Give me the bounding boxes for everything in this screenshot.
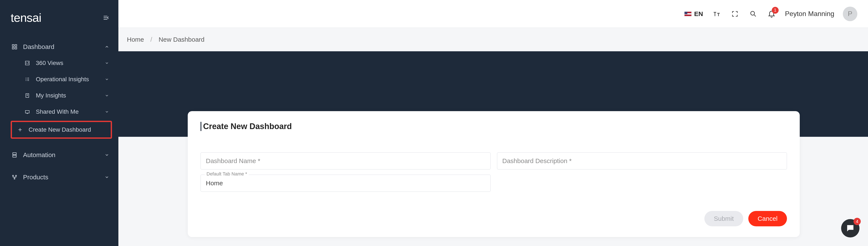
chevron-down-icon — [103, 76, 111, 83]
sidebar-label-operational: Operational Insights — [36, 76, 89, 83]
username-label[interactable]: Peyton Manning — [785, 10, 834, 18]
search-icon[interactable] — [748, 9, 758, 19]
share-icon — [24, 108, 31, 116]
dashboard-description-input[interactable] — [497, 153, 787, 169]
sidebar: tensai Dashboard 360 View — [0, 0, 118, 246]
chat-fab[interactable]: 4 — [841, 219, 860, 238]
breadcrumb-separator: / — [150, 36, 152, 43]
svg-point-10 — [16, 175, 17, 176]
notifications-button[interactable]: 1 — [767, 9, 776, 19]
svg-rect-6 — [25, 110, 29, 113]
cancel-button[interactable]: Cancel — [748, 211, 787, 226]
svg-point-9 — [12, 175, 14, 176]
sidebar-item-dashboard[interactable]: Dashboard — [0, 39, 118, 55]
svg-point-11 — [14, 178, 15, 179]
default-tab-label: Default Tab Name * — [205, 171, 249, 177]
dashboard-name-input[interactable] — [200, 153, 491, 169]
automation-icon — [11, 151, 18, 159]
sidebar-item-create-new-dashboard[interactable]: Create New Dashboard — [11, 121, 112, 139]
sidebar-label-create: Create New Dashboard — [29, 126, 91, 133]
collapse-sidebar-icon[interactable] — [102, 14, 110, 22]
svg-rect-2 — [12, 47, 14, 49]
sidebar-label-products: Products — [23, 173, 48, 181]
language-code: EN — [694, 10, 703, 18]
sidebar-label-myinsights: My Insights — [36, 92, 66, 99]
dashboard-icon — [11, 43, 18, 51]
sidebar-label-360: 360 Views — [36, 60, 63, 66]
svg-point-12 — [751, 11, 754, 15]
breadcrumb: Home / New Dashboard — [118, 28, 868, 51]
create-dashboard-card: Create New Dashboard Default Tab Name * … — [188, 111, 800, 237]
list-icon — [24, 76, 31, 83]
sidebar-label-shared: Shared With Me — [36, 108, 79, 115]
chat-badge: 4 — [854, 218, 861, 225]
sidebar-item-360-views[interactable]: 360 Views — [0, 55, 118, 71]
chevron-down-icon — [103, 92, 111, 100]
sidebar-item-automation[interactable]: Automation — [0, 147, 118, 163]
sidebar-label-automation: Automation — [23, 151, 56, 159]
breadcrumb-current: New Dashboard — [158, 36, 204, 43]
svg-rect-1 — [15, 45, 17, 46]
plus-icon — [16, 126, 24, 134]
notification-badge: 1 — [772, 7, 779, 14]
chevron-down-icon — [103, 151, 111, 159]
svg-rect-3 — [15, 47, 17, 49]
chevron-down-icon — [103, 173, 111, 181]
chevron-up-icon — [103, 43, 111, 51]
flag-us-icon — [684, 11, 691, 16]
language-selector[interactable]: EN — [684, 10, 703, 18]
avatar[interactable]: P — [843, 7, 857, 21]
brand-logo[interactable]: tensai — [11, 11, 41, 25]
svg-rect-0 — [12, 45, 14, 46]
chevron-down-icon — [103, 59, 111, 67]
sidebar-item-shared-with-me[interactable]: Shared With Me — [0, 104, 118, 120]
products-icon — [11, 173, 18, 181]
breadcrumb-home[interactable]: Home — [127, 36, 144, 43]
card-title: Create New Dashboard — [200, 122, 292, 131]
sidebar-item-my-insights[interactable]: My Insights — [0, 87, 118, 104]
document-icon — [24, 92, 31, 100]
svg-rect-7 — [13, 153, 16, 155]
fullscreen-icon[interactable] — [730, 9, 740, 19]
chart-icon — [24, 59, 31, 67]
sidebar-item-operational-insights[interactable]: Operational Insights — [0, 71, 118, 87]
chevron-down-icon — [103, 108, 111, 116]
text-size-icon[interactable] — [712, 9, 721, 19]
chat-icon — [846, 223, 855, 233]
default-tab-name-input[interactable] — [200, 174, 491, 192]
submit-button[interactable]: Submit — [704, 211, 743, 226]
sidebar-label-dashboard: Dashboard — [23, 43, 54, 50]
sidebar-item-products[interactable]: Products — [0, 169, 118, 185]
top-header: EN 1 Peyton Manning P — [118, 0, 868, 28]
svg-rect-8 — [13, 155, 16, 157]
